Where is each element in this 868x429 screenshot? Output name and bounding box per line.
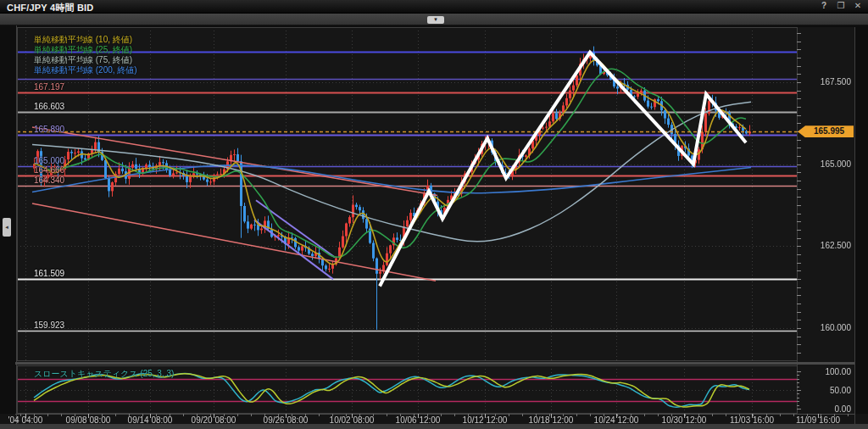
side-panel-handle[interactable]: ◂ xyxy=(3,218,11,237)
stoch-axis-label: 50.00 xyxy=(804,386,851,395)
price-line-label: 164.666 xyxy=(34,165,64,175)
y-axis-label: 165.000 xyxy=(804,159,851,169)
y-axis-label: 160.000 xyxy=(804,323,851,332)
legend-sma-200: 単純移動平均線 (200, 終値) xyxy=(34,64,137,76)
stoch-axis-label: 0.00 xyxy=(804,404,851,414)
price-line-label: 161.509 xyxy=(34,269,64,278)
stoch-legend: スローストキャスティクス (25, 3, 3) xyxy=(34,368,174,380)
close-icon[interactable]: ✕ xyxy=(853,1,863,10)
window-bottom-edge xyxy=(0,424,868,429)
price-line-label: 167.197 xyxy=(34,82,64,92)
pane-divider[interactable] xyxy=(15,362,854,365)
chart-window: CHF/JPY 4時間 BID ? ❐ ✕ ▼ ◂ 単純移動平均線 (10, 終… xyxy=(0,0,868,429)
help-button[interactable]: ? xyxy=(819,1,829,10)
price-line-label: 165.890 xyxy=(34,125,64,134)
current-price-badge: 165.995 xyxy=(798,125,854,137)
maximize-icon[interactable]: ❐ xyxy=(836,1,846,10)
y-axis-label: 167.500 xyxy=(804,77,851,86)
toolbar-collapse-button[interactable]: ▼ xyxy=(427,16,444,24)
price-line-label: 159.923 xyxy=(34,320,64,330)
y-axis-label: 162.500 xyxy=(804,241,851,250)
stoch-axis-label: 100.00 xyxy=(804,367,851,376)
price-line-label: 165.000 xyxy=(34,156,64,165)
price-line-label: 164.340 xyxy=(34,176,64,185)
title-bar[interactable]: CHF/JPY 4時間 BID ? ❐ ✕ xyxy=(0,0,868,14)
price-line-label: 166.603 xyxy=(34,102,64,111)
window-title: CHF/JPY 4時間 BID xyxy=(7,2,93,14)
